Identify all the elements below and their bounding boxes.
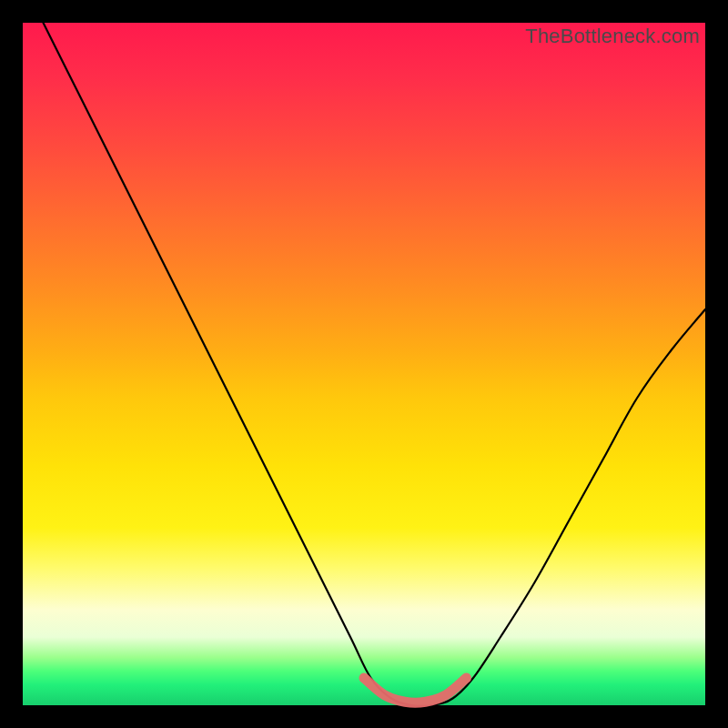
plot-area: TheBottleneck.com xyxy=(23,23,705,705)
chart-frame: TheBottleneck.com xyxy=(0,0,728,728)
bottleneck-curve-path xyxy=(44,23,706,706)
curve-svg xyxy=(23,23,705,705)
